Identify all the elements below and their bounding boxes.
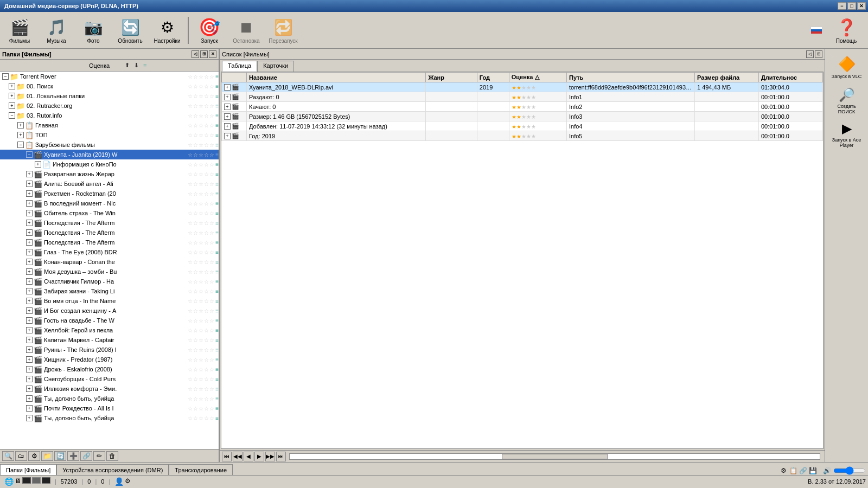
expand-god-woman[interactable]: + [26,307,33,314]
tab-cards[interactable]: Карточки [257,61,294,72]
audio-btn[interactable]: 🔊 [822,466,831,475]
expand-ruins[interactable]: + [26,346,33,353]
left-bottom-btn6[interactable]: ➕ [67,451,79,461]
toolbar-restart-button[interactable]: 🔁 Перезапуск [266,14,301,47]
tree-item-main[interactable]: + 📋 Главная ☆☆☆☆☆ ≡ [0,120,219,130]
col-duration[interactable]: Длительнос [758,73,822,82]
col-year[interactable]: Год [477,73,509,82]
tree-item-00-search[interactable]: + 📁 00. Поиск ☆☆☆☆☆ ≡ [0,81,219,91]
minimize-button[interactable]: − [838,2,846,10]
right-panel-pin-button[interactable]: ◁ [806,50,814,58]
tree-item-illusion[interactable]: + 🎬 Иллюзия комфорта - Эми. ☆☆☆☆☆ ≡ [0,384,219,394]
tree-item-aftermath2[interactable]: + 🎬 Последствия - The Afterm ☆☆☆☆☆ ≡ [0,228,219,237]
expand-fear[interactable]: + [26,210,33,216]
tree-item-drozh[interactable]: + 🎬 Дрожь - Eskalofrio (2008) ☆☆☆☆☆ ≡ [0,364,219,374]
tree-item-hellboy[interactable]: + 🎬 Хеллбой: Герой из пекла ☆☆☆☆☆ ≡ [0,325,219,335]
create-search-button[interactable]: 🔎 Создать ПОИСК [828,85,866,117]
tab-table[interactable]: Таблица [222,61,257,72]
expand-killer2[interactable]: + [26,415,33,421]
tree-item-aftermath3[interactable]: + 🎬 Последствия - The Afterm ☆☆☆☆☆ ≡ [0,237,219,247]
table-row[interactable]: +🎬Качают: 0★★★★★Info200:01:00.0 [222,102,823,112]
table-row[interactable]: +🎬Раздают: 0★★★★★Info100:01:00.0 [222,92,823,102]
expand-00-search[interactable]: + [9,83,15,89]
tree-item-rutracker[interactable]: + 📁 02. Rutracker.org ☆☆☆☆☆ ≡ [0,101,219,111]
left-bottom-btn3[interactable]: ⚙ [28,451,40,461]
bottom-tab-dmr[interactable]: Устройства воспроизведения (DMR) [56,464,169,475]
sort-asc-icon[interactable]: ⬆ [125,62,130,69]
tab-icon-4[interactable]: 💾 [808,466,817,475]
volume-slider[interactable] [833,468,866,473]
table-row[interactable]: +🎬Добавлен: 11-07-2019 14:33:12 (32 мину… [222,121,823,131]
tree-item-alita[interactable]: + 🎬 Алита: Боевой ангел - Ali ☆☆☆☆☆ ≡ [0,179,219,189]
tree-item-foreign[interactable]: − 📋 Зарубежные фильмы ☆☆☆☆☆ ≡ [0,140,219,150]
tree-item-xmas[interactable]: + 🎬 Почти Рождество - All Is I ☆☆☆☆☆ ≡ [0,403,219,413]
expand-last-moment[interactable]: + [26,200,33,207]
expand-rutracker[interactable]: + [9,102,15,109]
nav-next-button[interactable]: ▶ [254,452,264,461]
left-bottom-btn5[interactable]: 🔄 [54,451,66,461]
col-path[interactable]: Путь [566,73,694,82]
expand-illusion[interactable]: + [26,386,33,392]
expand-killer1[interactable]: + [26,395,33,402]
expand-torrent-rover[interactable]: − [2,73,9,80]
left-bottom-btn8[interactable]: ✏ [93,451,105,461]
toolbar-update-button[interactable]: 🔄 Обновить [113,14,148,47]
tree-item-conan[interactable]: + 🎬 Конан-варвар - Conan the ☆☆☆☆☆ ≡ [0,257,219,267]
tab-icon-2[interactable]: 📋 [789,466,797,475]
row-expand-btn[interactable]: + [224,123,231,130]
col-rating[interactable]: Оценка △ [509,73,566,82]
tree-item-killer2[interactable]: + 🎬 Ты, должно быть, убийца ☆☆☆☆☆ ≡ [0,413,219,423]
row-expand-btn[interactable]: + [224,104,231,110]
left-bottom-btn4[interactable]: 📁 [41,451,53,461]
expand-foreign[interactable]: − [17,142,24,148]
filter-icon[interactable]: ≡ [143,62,146,69]
nav-prev-button[interactable]: ◀ [244,452,253,461]
nav-next-next-button[interactable]: ▶▶ [265,452,275,461]
panel-float-button[interactable]: ⊞ [200,50,208,58]
expand-gilmore[interactable]: + [26,278,33,285]
expand-razv[interactable]: + [26,171,33,177]
row-expand-btn[interactable]: + [224,84,231,91]
expand-guest[interactable]: + [26,317,33,324]
tree-item-rutor[interactable]: − 📁 03. Rutor.info ☆☆☆☆☆ ≡ [0,111,219,120]
toolbar-films-button[interactable]: 🎬 Фильмы [2,14,37,47]
tree-item-killer1[interactable]: + 🎬 Ты, должно быть, убийца ☆☆☆☆☆ ≡ [0,394,219,403]
panel-close-button[interactable]: ✕ [209,50,216,58]
expand-taking[interactable]: + [26,288,33,294]
nav-last-button[interactable]: ⏭ [276,452,286,461]
right-panel-float-button[interactable]: ⊞ [815,50,822,58]
expand-predator[interactable]: + [26,356,33,363]
expand-aftermath1[interactable]: + [26,220,33,226]
expand-zombie[interactable]: + [26,268,33,275]
left-bottom-btn2[interactable]: 🗂 [15,451,27,461]
expand-rutor[interactable]: − [9,112,15,119]
vlc-button[interactable]: 🔶 Запуск в VLC [828,51,866,84]
expand-aftermath2[interactable]: + [26,229,33,236]
expand-conan[interactable]: + [26,259,33,265]
tree-item-gilmore[interactable]: + 🎬 Счастливчик Гилмор - Ha ☆☆☆☆☆ ≡ [0,277,219,286]
expand-01-local[interactable]: + [9,93,15,99]
tree-item-juanita[interactable]: − 🎬 Хуанита - Juanita (2019) W ☆☆☆☆☆ ≡ [0,150,219,159]
toolbar-music-button[interactable]: 🎵 Музыка [39,14,74,47]
tree-item-in-name[interactable]: + 🎬 Во имя отца - In the Name ☆☆☆☆☆ ≡ [0,296,219,306]
expand-rocketman[interactable]: + [26,190,33,197]
col-expand[interactable] [222,73,247,82]
tree-item-top[interactable]: + 📋 ТОП ☆☆☆☆☆ ≡ [0,130,219,140]
nav-prev-prev-button[interactable]: ◀◀ [233,452,242,461]
bottom-tab-transcode[interactable]: Транскодирование [169,464,233,475]
tree-item-01-local[interactable]: + 📁 01. Локальные папки ☆☆☆☆☆ ≡ [0,91,219,101]
bottom-tab-folders[interactable]: Папки [Фильмы] [0,464,56,475]
tab-icon-3[interactable]: 🔗 [799,466,807,475]
expand-top[interactable]: + [17,132,24,138]
tree-item-predator[interactable]: + 🎬 Хищник - Predator (1987) ☆☆☆☆☆ ≡ [0,355,219,364]
toolbar-help-button[interactable]: ❓ Помощь [829,14,864,47]
table-row[interactable]: +🎬Размер: 1.46 GB (1567025152 Bytes)★★★★… [222,112,823,121]
expand-xmas[interactable]: + [26,405,33,412]
expand-drozh[interactable]: + [26,366,33,373]
expand-in-name[interactable]: + [26,298,33,304]
expand-eye[interactable]: + [26,249,33,255]
maximize-button[interactable]: □ [847,2,856,10]
tree-item-taking-lives[interactable]: + 🎬 Забирая жизни - Taking Li ☆☆☆☆☆ ≡ [0,286,219,296]
tree-item-ruins[interactable]: + 🎬 Руины - The Ruins (2008) I ☆☆☆☆☆ ≡ [0,345,219,355]
expand-juanita[interactable]: − [26,151,33,158]
